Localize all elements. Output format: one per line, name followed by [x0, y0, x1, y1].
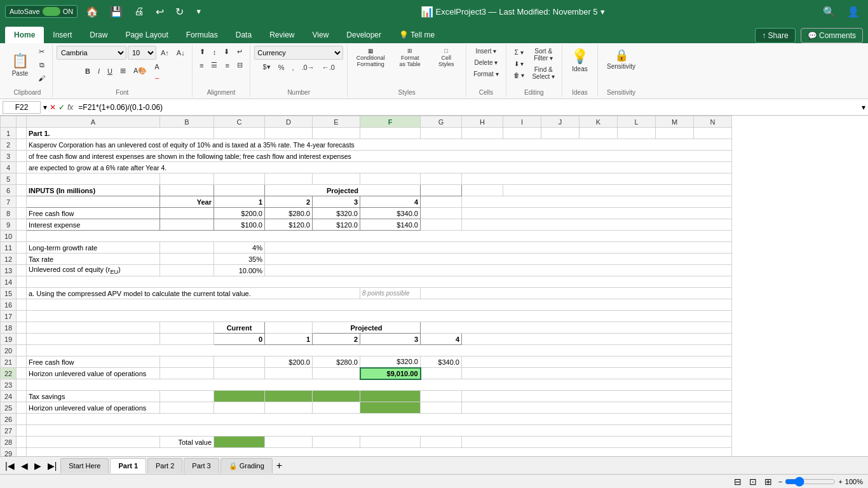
cell-rest-17[interactable] — [27, 311, 732, 322]
percent-btn[interactable]: % — [275, 62, 288, 73]
row-header-12[interactable]: 12 — [1, 254, 17, 265]
copy-button[interactable]: ⧉ — [35, 59, 48, 71]
formula-input[interactable] — [76, 101, 859, 114]
cell-f5[interactable] — [360, 173, 421, 185]
cell-f1[interactable] — [360, 128, 421, 139]
find-select-button[interactable]: Find &Select ▾ — [529, 64, 558, 82]
row-header-29[interactable]: 29 — [1, 448, 17, 457]
cell-rest-22[interactable] — [462, 368, 732, 379]
cell-e28[interactable] — [313, 437, 360, 448]
cell-g24[interactable] — [421, 391, 462, 402]
cell-rest-8[interactable] — [462, 208, 732, 219]
font-family-select[interactable]: Cambria — [57, 46, 126, 60]
row-header-24[interactable]: 24 — [1, 391, 17, 402]
conditional-formatting-button[interactable]: ▦ ConditionalFormatting — [351, 46, 390, 65]
cell-d6[interactable]: Projected — [265, 185, 421, 196]
cell-rest-12[interactable] — [265, 254, 732, 265]
cell-e9[interactable]: $120.0 — [313, 219, 360, 231]
home-icon-btn[interactable]: 🏠 — [83, 4, 102, 20]
cell-c7[interactable]: 1 — [214, 196, 265, 208]
cell-rest-23[interactable] — [27, 379, 732, 391]
cell-c11[interactable]: 4% — [214, 242, 265, 254]
cell-k1[interactable] — [580, 128, 618, 139]
cell-a3[interactable]: of free cash flow and interest expenses … — [27, 151, 732, 162]
cell-g7[interactable] — [421, 196, 462, 208]
delete-cells-button[interactable]: Delete ▾ — [470, 57, 501, 68]
cell-a15[interactable]: a. Using the compressed APV model to cal… — [27, 288, 360, 299]
col-header-k[interactable]: K — [580, 116, 618, 128]
cell-a25[interactable]: Horizon unlevered value of operations — [27, 402, 160, 414]
search-icon-btn[interactable]: 🔍 — [820, 4, 839, 20]
cell-c22[interactable] — [214, 368, 265, 379]
cell-g22[interactable] — [421, 368, 462, 379]
row-header-25[interactable]: 25 — [1, 402, 17, 414]
cell-e19[interactable]: 2 — [313, 334, 360, 345]
cell-c25[interactable] — [214, 402, 265, 414]
title-chevron[interactable]: ▾ — [600, 7, 605, 17]
cell-rest-27[interactable] — [27, 425, 732, 437]
row-header-5[interactable]: 5 — [1, 173, 17, 185]
expand-formula-btn[interactable]: ▾ — [43, 103, 47, 112]
page-layout-view-button[interactable]: ⊡ — [748, 475, 758, 488]
save-icon-btn[interactable]: 💾 — [107, 4, 126, 20]
underline-button[interactable]: U — [104, 65, 116, 77]
cell-f24[interactable] — [360, 391, 421, 402]
cell-f22[interactable]: $9,010.00 — [360, 368, 421, 379]
tab-data[interactable]: Data — [227, 27, 261, 43]
bold-button[interactable]: B — [82, 65, 93, 77]
align-top-button[interactable]: ⬆ — [196, 46, 208, 58]
cell-g25[interactable] — [421, 402, 462, 414]
cell-rest-11[interactable] — [265, 242, 732, 254]
sheet-tab-grading[interactable]: 🔒 Grading — [220, 458, 273, 473]
col-header-g[interactable]: G — [421, 116, 462, 128]
row-header-15[interactable]: 15 — [1, 288, 17, 299]
zoom-slider[interactable] — [785, 477, 836, 487]
cell-e25[interactable] — [313, 402, 360, 414]
cell-c13[interactable]: 10.00% — [214, 265, 265, 276]
row-header-1[interactable]: 1 — [1, 128, 17, 139]
undo-icon-btn[interactable]: ↩ — [153, 4, 167, 20]
row-header-16[interactable]: 16 — [1, 299, 17, 311]
cell-e18[interactable]: Projected — [313, 322, 421, 334]
cell-d28[interactable] — [265, 437, 313, 448]
cell-f21[interactable]: $320.0 — [360, 356, 421, 368]
cell-g21[interactable]: $340.0 — [421, 356, 462, 368]
col-header-n[interactable]: N — [694, 116, 732, 128]
row-header-17[interactable]: 17 — [1, 311, 17, 322]
autosave-toggle[interactable] — [43, 7, 60, 16]
cell-c6[interactable] — [214, 185, 265, 196]
fill-button[interactable]: ⬇ ▾ — [510, 58, 528, 69]
cell-rest-7[interactable] — [462, 196, 732, 208]
align-middle-button[interactable]: ↕ — [210, 46, 220, 58]
cell-b6[interactable] — [160, 185, 214, 196]
zoom-in-icon[interactable]: + — [838, 478, 842, 485]
cell-c24[interactable] — [214, 391, 265, 402]
cell-a28[interactable] — [27, 437, 160, 448]
cell-rest-28[interactable] — [462, 437, 732, 448]
cell-a24[interactable]: Tax savings — [27, 391, 160, 402]
row-header-8[interactable]: 8 — [1, 208, 17, 219]
sheet-tab-part3[interactable]: Part 3 — [184, 458, 219, 473]
tab-page-layout[interactable]: Page Layout — [116, 27, 177, 43]
zoom-out-icon[interactable]: − — [778, 478, 782, 485]
cell-n1[interactable] — [694, 128, 732, 139]
cell-rest-25[interactable] — [462, 402, 732, 414]
cell-m1[interactable] — [656, 128, 694, 139]
user-icon-btn[interactable]: 👤 — [844, 4, 863, 20]
page-break-view-button[interactable]: ⊞ — [763, 475, 773, 488]
cell-g6[interactable] — [462, 185, 503, 196]
cell-styles-button[interactable]: □ CellStyles — [430, 46, 462, 65]
cell-c28[interactable] — [214, 437, 265, 448]
cell-g5[interactable] — [421, 173, 462, 185]
sheet-nav-first[interactable]: |◀ — [3, 459, 17, 472]
italic-button[interactable]: I — [95, 65, 103, 77]
cell-rest-13[interactable] — [265, 265, 732, 276]
comments-button[interactable]: 💬 Comments — [801, 28, 863, 43]
cell-e7[interactable]: 3 — [313, 196, 360, 208]
cell-f15[interactable]: 8 points possible — [360, 288, 421, 299]
cell-g9[interactable] — [421, 219, 462, 231]
cell-b25[interactable] — [160, 402, 214, 414]
cell-rest-20[interactable] — [27, 345, 732, 356]
currency-btn[interactable]: $▾ — [260, 61, 274, 73]
row-header-23[interactable]: 23 — [1, 379, 17, 391]
